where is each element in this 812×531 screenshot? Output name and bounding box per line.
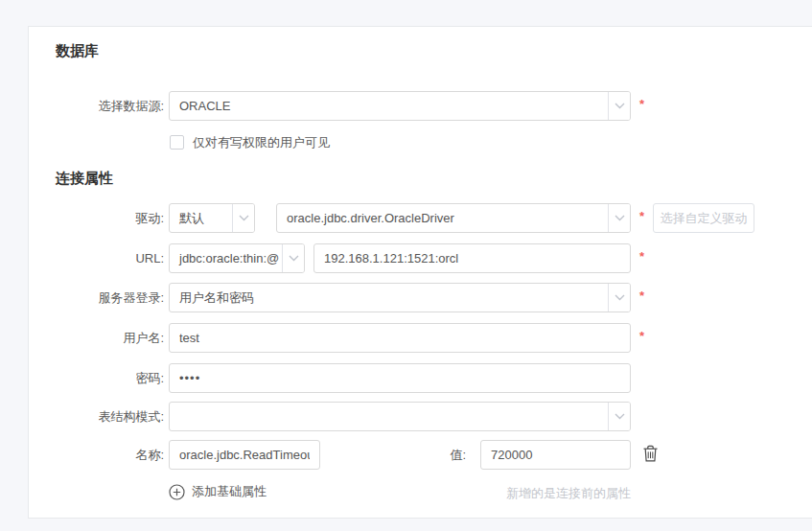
chevron-down-icon — [608, 92, 630, 120]
required-asterisk: * — [639, 329, 644, 343]
required-asterisk: * — [639, 289, 644, 303]
url-prefix-select[interactable]: jdbc:oracle:thin:@ — [169, 243, 305, 273]
write-permission-checkbox[interactable] — [170, 135, 184, 150]
datasource-select[interactable]: ORACLE — [169, 91, 631, 121]
datasource-select-value: ORACLE — [170, 92, 608, 120]
driver-class-select[interactable]: oracle.jdbc.driver.OracleDriver — [276, 203, 631, 233]
chevron-down-icon — [608, 204, 630, 232]
write-permission-label: 仅对有写权限的用户可见 — [193, 134, 330, 150]
property-name-label: 名称: — [29, 440, 164, 470]
database-config-panel: 数据库 选择数据源: ORACLE * 仅对有写权限的用户可见 连接属性 驱动:… — [28, 26, 812, 519]
password-row: 密码: — [29, 363, 812, 393]
server-login-row: 服务器登录: 用户名和密码 * — [29, 283, 812, 312]
section-title-connection: 连接属性 — [56, 170, 113, 188]
chevron-down-icon — [282, 244, 304, 272]
driver-class-value: oracle.jdbc.driver.OracleDriver — [277, 204, 608, 232]
section-title-database: 数据库 — [56, 42, 99, 60]
driver-label: 驱动: — [29, 203, 164, 233]
datasource-label: 选择数据源: — [29, 91, 164, 121]
schema-mode-select[interactable] — [169, 402, 631, 431]
required-asterisk: * — [639, 209, 644, 223]
schema-mode-label: 表结构模式: — [29, 402, 164, 431]
schema-mode-value — [170, 403, 608, 430]
server-login-value: 用户名和密码 — [170, 284, 608, 312]
property-value-input[interactable] — [480, 440, 631, 470]
required-asterisk: * — [639, 97, 644, 111]
driver-mode-select[interactable]: 默认 — [169, 203, 255, 233]
chevron-down-icon — [608, 284, 630, 312]
password-input[interactable] — [169, 363, 631, 393]
chevron-down-icon — [232, 204, 254, 232]
username-label: 用户名: — [29, 323, 164, 353]
footer-row: 添加基础属性 新增的是连接前的属性 — [29, 483, 812, 504]
server-login-label: 服务器登录: — [29, 283, 164, 312]
property-name-input[interactable] — [169, 440, 320, 470]
delete-property-button[interactable] — [640, 445, 660, 466]
schema-mode-row: 表结构模式: — [29, 402, 812, 431]
url-label: URL: — [29, 243, 164, 273]
password-label: 密码: — [29, 363, 164, 393]
trash-icon — [642, 451, 659, 466]
datasource-row: 选择数据源: ORACLE * — [29, 91, 812, 121]
username-input[interactable] — [169, 323, 631, 353]
username-row: 用户名: * — [29, 323, 812, 353]
property-value-label: 值: — [412, 440, 466, 470]
required-asterisk: * — [639, 249, 644, 264]
chevron-down-icon — [608, 403, 630, 430]
choose-custom-driver-button[interactable]: 选择自定义驱动 — [653, 203, 754, 233]
visibility-row: 仅对有写权限的用户可见 — [29, 134, 812, 151]
driver-mode-value: 默认 — [170, 204, 232, 232]
url-prefix-value: jdbc:oracle:thin:@ — [170, 244, 282, 272]
pre-connection-hint: 新增的是连接前的属性 — [169, 485, 631, 502]
property-row: 名称: 值: — [29, 440, 812, 470]
driver-row: 驱动: 默认 oracle.jdbc.driver.OracleDriver *… — [29, 203, 812, 233]
url-host-input[interactable] — [313, 243, 631, 273]
server-login-select[interactable]: 用户名和密码 — [169, 283, 631, 312]
url-row: URL: jdbc:oracle:thin:@ * — [29, 243, 812, 273]
